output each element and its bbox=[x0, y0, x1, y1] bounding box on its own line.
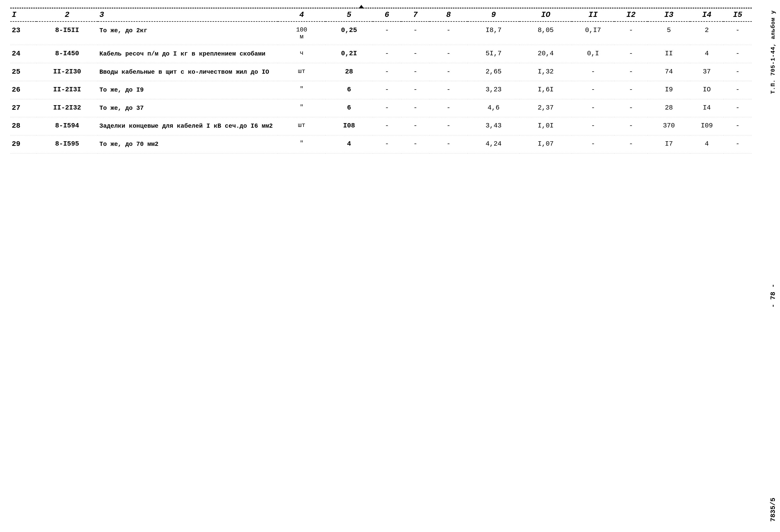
col-header-1: I bbox=[10, 8, 36, 21]
cell-row5-col15: - bbox=[723, 117, 752, 136]
col-header-13: I3 bbox=[648, 8, 690, 21]
cell-row4-col6: - bbox=[373, 99, 401, 117]
cell-row0-col8: - bbox=[430, 21, 468, 45]
cell-row2-col13: 74 bbox=[648, 63, 690, 81]
cell-row0-col1: 23 bbox=[10, 21, 36, 45]
main-content: I 2 3 4 5 6 7 8 9 IO II I2 I3 I4 I5 bbox=[10, 8, 752, 522]
cell-row3-col2: II-2I3I bbox=[36, 81, 98, 99]
cell-row3-col9: 3,23 bbox=[468, 81, 520, 99]
cell-row0-col6: - bbox=[373, 21, 401, 45]
cell-row0-col4: 100 м bbox=[278, 21, 325, 45]
cell-row0-col14: 2 bbox=[690, 21, 723, 45]
cell-row4-col11: - bbox=[572, 99, 615, 117]
cell-row6-col10: I,07 bbox=[520, 135, 572, 153]
col-header-12: I2 bbox=[614, 8, 648, 21]
cell-row3-col4: " bbox=[278, 81, 325, 99]
cell-row5-col11: - bbox=[572, 117, 615, 136]
cell-row4-col7: - bbox=[401, 99, 430, 117]
cell-row4-col1: 27 bbox=[10, 99, 36, 117]
cell-row5-col5: I08 bbox=[326, 117, 373, 136]
cell-row4-col9: 4,6 bbox=[468, 99, 520, 117]
cell-row2-col14: 37 bbox=[690, 63, 723, 81]
cell-row5-col3: Заделки концевые для кабелей I кВ сеч.до… bbox=[98, 117, 278, 136]
table-row: 27II-2I32То же, до 37"6---4,62,37--28I4- bbox=[10, 99, 752, 117]
col-header-15: I5 bbox=[723, 8, 752, 21]
col-header-8: 8 bbox=[430, 8, 468, 21]
col-header-11: II bbox=[572, 8, 615, 21]
cell-row1-col10: 20,4 bbox=[520, 45, 572, 63]
cell-row4-col2: II-2I32 bbox=[36, 99, 98, 117]
col-header-2: 2 bbox=[36, 8, 98, 21]
cell-row4-col15: - bbox=[723, 99, 752, 117]
cell-row0-col12: - bbox=[614, 21, 648, 45]
cell-row3-col7: - bbox=[401, 81, 430, 99]
cell-row3-col6: - bbox=[373, 81, 401, 99]
cell-row0-col3: То же, до 2кг bbox=[98, 21, 278, 45]
cell-row4-col3: То же, до 37 bbox=[98, 99, 278, 117]
col-header-14: I4 bbox=[690, 8, 723, 21]
cell-row4-col8: - bbox=[430, 99, 468, 117]
col-header-6: 6 bbox=[373, 8, 401, 21]
cell-row0-col5: 0,25 bbox=[326, 21, 373, 45]
table-row: 238-I5IIТо же, до 2кг100 м0,25---I8,78,0… bbox=[10, 21, 752, 45]
table-row: 26II-2I3IТо же, до I9"6---3,23I,6I--I9IO… bbox=[10, 81, 752, 99]
cell-row2-col7: - bbox=[401, 63, 430, 81]
cell-row6-col12: - bbox=[614, 135, 648, 153]
cell-row4-col12: - bbox=[614, 99, 648, 117]
cell-row1-col4: ч bbox=[278, 45, 325, 63]
cell-row2-col5: 28 bbox=[326, 63, 373, 81]
cell-row1-col15: - bbox=[723, 45, 752, 63]
cell-row2-col12: - bbox=[614, 63, 648, 81]
cell-row6-col14: 4 bbox=[690, 135, 723, 153]
cell-row1-col8: - bbox=[430, 45, 468, 63]
cell-row6-col3: То же, до 70 мм2 bbox=[98, 135, 278, 153]
cell-row0-col13: 5 bbox=[648, 21, 690, 45]
side-label-bottom: 7835/5 bbox=[769, 498, 777, 522]
side-label-top: Т.П. 705-1-44, альбом у bbox=[770, 10, 776, 94]
cell-row1-col14: 4 bbox=[690, 45, 723, 63]
page-container: Т.П. 705-1-44, альбом у - 78 - 7835/5 I … bbox=[0, 0, 780, 532]
cell-row1-col3: Кабель ресоч п/м до I кг в креплением ск… bbox=[98, 45, 278, 63]
cell-row2-col9: 2,65 bbox=[468, 63, 520, 81]
table-row: 298-I595То же, до 70 мм2"4---4,24I,07--I… bbox=[10, 135, 752, 153]
triangle-marker bbox=[359, 5, 364, 8]
cell-row5-col4: шт bbox=[278, 117, 325, 136]
col-header-10: IO bbox=[520, 8, 572, 21]
cell-row3-col11: - bbox=[572, 81, 615, 99]
cell-row5-col9: 3,43 bbox=[468, 117, 520, 136]
cell-row1-col6: - bbox=[373, 45, 401, 63]
table-row: 25II-2I30Вводы кабельные в щит с ко-личе… bbox=[10, 63, 752, 81]
cell-row4-col10: 2,37 bbox=[520, 99, 572, 117]
cell-row6-col9: 4,24 bbox=[468, 135, 520, 153]
top-border bbox=[10, 8, 752, 8]
cell-row3-col14: IO bbox=[690, 81, 723, 99]
cell-row4-col4: " bbox=[278, 99, 325, 117]
col-header-5: 5 bbox=[326, 8, 373, 21]
cell-row4-col5: 6 bbox=[326, 99, 373, 117]
cell-row6-col6: - bbox=[373, 135, 401, 153]
cell-row0-col9: I8,7 bbox=[468, 21, 520, 45]
cell-row5-col2: 8-I594 bbox=[36, 117, 98, 136]
cell-row2-col10: I,32 bbox=[520, 63, 572, 81]
cell-row3-col10: I,6I bbox=[520, 81, 572, 99]
cell-row3-col1: 26 bbox=[10, 81, 36, 99]
cell-row6-col7: - bbox=[401, 135, 430, 153]
cell-row6-col1: 29 bbox=[10, 135, 36, 153]
col-header-9: 9 bbox=[468, 8, 520, 21]
cell-row0-col11: 0,I7 bbox=[572, 21, 615, 45]
col-header-4: 4 bbox=[278, 8, 325, 21]
cell-row0-col7: - bbox=[401, 21, 430, 45]
cell-row5-col14: I09 bbox=[690, 117, 723, 136]
cell-row2-col3: Вводы кабельные в щит с ко-личеством жил… bbox=[98, 63, 278, 81]
cell-row6-col4: " bbox=[278, 135, 325, 153]
cell-row1-col13: II bbox=[648, 45, 690, 63]
cell-row5-col7: - bbox=[401, 117, 430, 136]
cell-row0-col15: - bbox=[723, 21, 752, 45]
table-row: 248-I450Кабель ресоч п/м до I кг в крепл… bbox=[10, 45, 752, 63]
cell-row5-col13: 370 bbox=[648, 117, 690, 136]
cell-row3-col5: 6 bbox=[326, 81, 373, 99]
side-label-minus: - 78 - bbox=[769, 284, 777, 308]
cell-row2-col2: II-2I30 bbox=[36, 63, 98, 81]
table-row: 288-I594Заделки концевые для кабелей I к… bbox=[10, 117, 752, 136]
cell-row6-col8: - bbox=[430, 135, 468, 153]
